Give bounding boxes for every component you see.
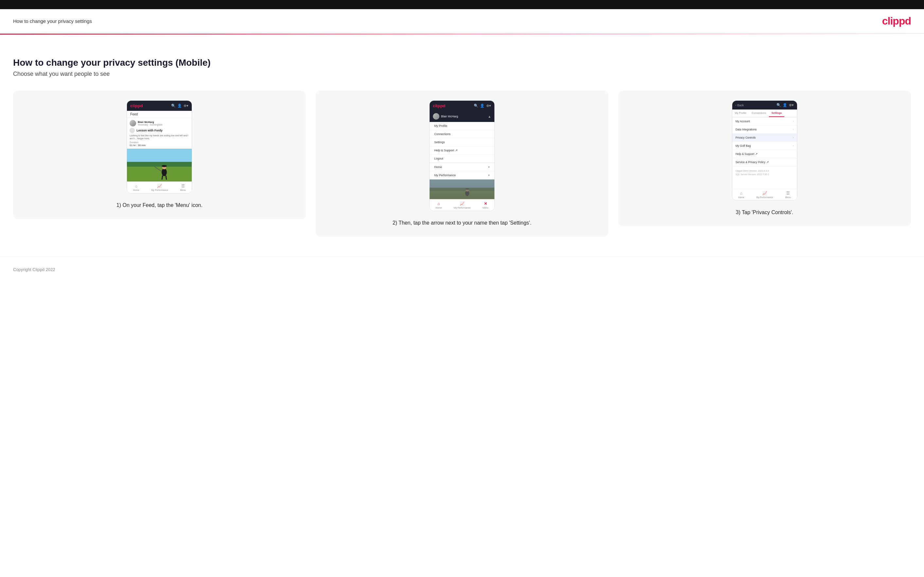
user-icon-1: 👤 <box>177 104 182 108</box>
settings-item-golfbag-chevron: › <box>793 144 794 147</box>
bottom-home-2: ⌂ Home <box>436 201 442 209</box>
version-client: Clippd Client Version: 2022.8.3-3 <box>735 169 794 172</box>
footer: Copyright Clippd 2022 <box>0 256 924 282</box>
header-divider <box>0 34 924 35</box>
tab-settings[interactable]: Settings <box>769 110 785 117</box>
post-user-info: Blair McHarg Yesterday · Sunningdale <box>138 121 163 126</box>
bottom-menu-1: ☰ Menu <box>180 184 186 191</box>
spacer <box>732 179 797 189</box>
menu-label-2: Menu <box>483 206 488 209</box>
step-caption-1: 1) On your Feed, tap the 'Menu' icon. <box>116 201 202 209</box>
phone-mockup-1: clippd 🔍 👤 ⊕▾ Feed Blair McHarg <box>127 100 192 193</box>
menu-item-profile: My Profile <box>430 122 494 130</box>
search-icon-3: 🔍 <box>777 103 781 107</box>
settings-icon-2: ⊕▾ <box>486 104 491 108</box>
golf-scene <box>127 149 192 181</box>
step-card-1: clippd 🔍 👤 ⊕▾ Feed Blair McHarg <box>13 90 306 219</box>
bottom-menu-3: ☰ Menu <box>785 191 791 198</box>
bottom-performance-2: 📈 My Performance <box>454 201 470 209</box>
logo: clippd <box>882 15 911 27</box>
menu-avatar <box>433 113 439 120</box>
menu-nav-home: Home ▾ <box>430 163 494 171</box>
bottom-menu-2: ✕ Menu <box>483 201 488 209</box>
settings-item-service[interactable]: Service & Privacy Policy ↗ <box>732 158 797 166</box>
phone-mockup-2: clippd 🔍 👤 ⊕▾ Bla <box>429 100 495 211</box>
menu-nav-performance: My Performance ▾ <box>430 171 494 179</box>
tab-connections[interactable]: Connections <box>749 110 769 117</box>
settings-tabs: My Profile Connections Settings <box>732 110 797 118</box>
settings-item-privacy-label: Privacy Controls <box>735 136 756 139</box>
settings-item-privacy[interactable]: Privacy Controls › <box>732 134 797 142</box>
phone-mockup-3: ‹ Back 🔍 👤 ⊕▾ My Profile Connections Set… <box>732 100 797 201</box>
post-duration: 01 hr : 30 min <box>129 144 189 147</box>
settings-item-golfbag-label: My Golf Bag <box>735 144 751 147</box>
header-title: How to change your privacy settings <box>13 18 92 24</box>
version-sql: SQL Server Version: 2022.7.30-1 <box>735 172 794 176</box>
page-heading: How to change your privacy settings (Mob… <box>13 58 911 68</box>
settings-item-account-chevron: › <box>793 120 794 123</box>
search-icon-2: 🔍 <box>474 104 478 108</box>
step-caption-3: 3) Tap 'Privacy Controls'. <box>736 209 793 216</box>
menu-item-logout: Logout <box>430 155 494 163</box>
top-bar <box>0 0 924 9</box>
post-user-name: Blair McHarg <box>138 121 163 124</box>
tab-my-profile[interactable]: My Profile <box>732 110 749 117</box>
nav-home-label: Home <box>434 165 442 169</box>
performance-label-1: My Performance <box>151 189 168 191</box>
back-button[interactable]: ‹ Back <box>735 104 744 107</box>
svg-point-8 <box>162 165 167 167</box>
overlay-bg <box>430 179 494 199</box>
settings-item-golfbag[interactable]: My Golf Bag › <box>732 142 797 150</box>
home-icon-2: ⌂ <box>438 201 440 206</box>
user-icon-2: 👤 <box>480 104 485 108</box>
footer-copyright: Copyright Clippd 2022 <box>13 267 55 272</box>
performance-icon-3: 📈 <box>762 191 767 195</box>
settings-icon-1: ⊕▾ <box>184 104 189 108</box>
phone-menu-dropdown: Blair McHarg ▲ My Profile Connections Se… <box>430 111 494 199</box>
step-card-3: ‹ Back 🔍 👤 ⊕▾ My Profile Connections Set… <box>618 90 911 226</box>
menu-icon-1: ☰ <box>181 184 185 188</box>
menu-item-connections: Connections <box>430 130 494 138</box>
bottom-performance-1: 📈 My Performance <box>151 184 168 191</box>
main-content: How to change your privacy settings (Mob… <box>0 48 924 256</box>
nav-home-chevron: ▾ <box>488 165 490 169</box>
golf-image <box>127 149 192 181</box>
nav-performance-label: My Performance <box>434 174 456 177</box>
settings-item-data-chevron: › <box>793 128 794 131</box>
home-label-1: Home <box>133 189 139 191</box>
settings-version: Clippd Client Version: 2022.8.3-3 SQL Se… <box>732 166 797 179</box>
settings-back: ‹ Back 🔍 👤 ⊕▾ <box>732 101 797 110</box>
menu-label-3: Menu <box>785 196 791 198</box>
phone-body-overlay: Blair McHarg ▲ My Profile Connections Se… <box>430 111 494 199</box>
menu-label-1: Menu <box>180 189 186 191</box>
page-subheading: Choose what you want people to see <box>13 71 911 77</box>
phone-topbar-2: clippd 🔍 👤 ⊕▾ <box>430 101 494 111</box>
post-duration-label: Duration <box>129 141 189 143</box>
settings-item-account-label: My Account <box>735 120 750 123</box>
settings-item-privacy-chevron: › <box>793 136 794 139</box>
phone-bottombar-2: ⌂ Home 📈 My Performance ✕ Menu <box>430 199 494 211</box>
performance-icon-2: 📈 <box>460 201 465 206</box>
close-icon-2: ✕ <box>484 201 487 206</box>
search-icon-1: 🔍 <box>171 104 176 108</box>
phone-icons-2: 🔍 👤 ⊕▾ <box>474 104 491 108</box>
menu-item-help: Help & Support ↗ <box>430 147 494 155</box>
phone-icons-3: 🔍 👤 ⊕▾ <box>777 103 794 107</box>
menu-icon-3: ☰ <box>786 191 790 195</box>
svg-point-3 <box>162 168 167 176</box>
phone-logo-2: clippd <box>433 103 445 108</box>
performance-label-2: My Performance <box>454 206 470 209</box>
settings-item-account[interactable]: My Account › <box>732 118 797 126</box>
settings-item-service-label: Service & Privacy Policy ↗ <box>735 161 769 164</box>
settings-item-help[interactable]: Help & Support ↗ <box>732 150 797 158</box>
settings-icon-3: ⊕▾ <box>789 103 794 107</box>
settings-item-data-label: Data Integrations <box>735 128 757 131</box>
bottom-home-1: ⌂ Home <box>133 184 139 191</box>
step-caption-2: 2) Then, tap the arrow next to your name… <box>393 219 532 227</box>
nav-performance-chevron: ▾ <box>488 174 490 177</box>
phone-bottombar-1: ⌂ Home 📈 My Performance ☰ Menu <box>127 181 192 193</box>
feed-tab: Feed <box>127 111 192 118</box>
menu-item-settings: Settings <box>430 138 494 147</box>
settings-item-data[interactable]: Data Integrations › <box>732 126 797 134</box>
user-icon-3: 👤 <box>783 103 787 107</box>
